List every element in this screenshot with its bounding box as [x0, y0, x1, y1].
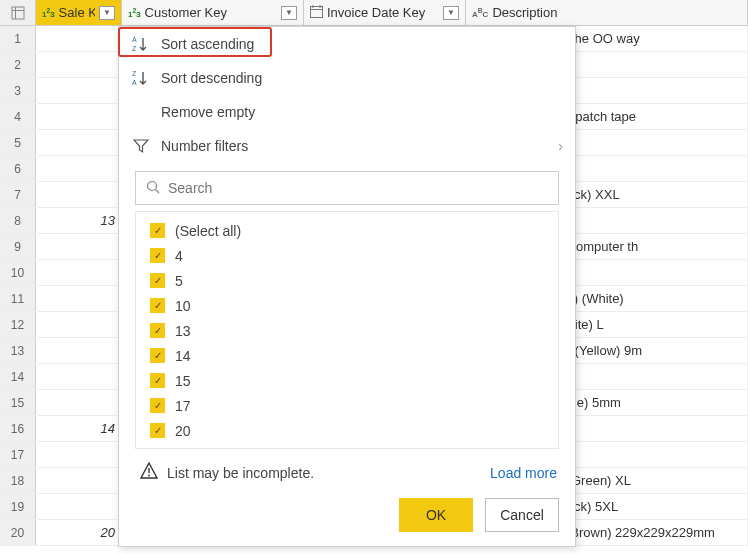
cell-sale-key[interactable]	[36, 364, 122, 389]
search-icon	[146, 180, 160, 197]
cell-sale-key[interactable]	[36, 494, 122, 519]
filter-value-item[interactable]: ✓10	[144, 293, 550, 318]
row-number: 7	[0, 182, 36, 207]
warning-icon	[139, 461, 159, 484]
number-type-icon: 123	[42, 7, 55, 19]
sort-asc-icon: AZ	[131, 34, 151, 54]
checkbox-icon[interactable]: ✓	[150, 348, 165, 363]
sort-descending-item[interactable]: ZA Sort descending	[119, 61, 575, 95]
row-number: 4	[0, 104, 36, 129]
button-row: OK Cancel	[119, 490, 575, 546]
column-header-sale-key[interactable]: 123 Sale Key ▼	[36, 0, 122, 25]
filter-value-list[interactable]: ✓(Select all)✓4✓5✓10✓13✓14✓15✓17✓20	[135, 211, 559, 449]
sort-desc-icon: ZA	[131, 68, 151, 88]
cell-sale-key[interactable]: 13	[36, 208, 122, 233]
cell-sale-key[interactable]	[36, 468, 122, 493]
ok-button[interactable]: OK	[399, 498, 473, 532]
column-header-description[interactable]: ABC Description	[466, 0, 748, 25]
cell-sale-key[interactable]	[36, 26, 122, 51]
svg-rect-3	[311, 7, 323, 18]
row-number: 13	[0, 338, 36, 363]
column-header-row: 123 Sale Key ▼ 123 Customer Key ▼ Invoic…	[0, 0, 748, 26]
menu-label: Number filters	[161, 138, 248, 154]
row-number: 3	[0, 78, 36, 103]
row-number: 20	[0, 520, 36, 545]
filter-value-label: 17	[175, 398, 191, 414]
cell-sale-key[interactable]	[36, 156, 122, 181]
filter-value-item[interactable]: ✓13	[144, 318, 550, 343]
filter-value-label: 14	[175, 348, 191, 364]
cell-sale-key[interactable]	[36, 52, 122, 77]
filter-value-item[interactable]: ✓4	[144, 243, 550, 268]
svg-line-12	[156, 189, 160, 193]
filter-value-label: 20	[175, 423, 191, 439]
cell-sale-key[interactable]	[36, 104, 122, 129]
load-more-link[interactable]: Load more	[490, 465, 557, 481]
sort-ascending-item[interactable]: AZ Sort ascending	[119, 27, 575, 61]
checkbox-icon[interactable]: ✓	[150, 223, 165, 238]
cell-sale-key[interactable]	[36, 338, 122, 363]
row-number: 11	[0, 286, 36, 311]
filter-value-label: 10	[175, 298, 191, 314]
search-input[interactable]	[168, 180, 548, 196]
number-type-icon: 123	[128, 7, 141, 19]
cell-sale-key[interactable]	[36, 390, 122, 415]
checkbox-icon[interactable]: ✓	[150, 248, 165, 263]
cell-sale-key[interactable]	[36, 260, 122, 285]
column-header-customer-key[interactable]: 123 Customer Key ▼	[122, 0, 304, 25]
cell-sale-key[interactable]	[36, 130, 122, 155]
filter-dropdown-icon[interactable]: ▼	[281, 6, 297, 20]
row-number: 19	[0, 494, 36, 519]
cell-sale-key[interactable]	[36, 442, 122, 467]
filter-value-item[interactable]: ✓5	[144, 268, 550, 293]
filter-value-item[interactable]: ✓(Select all)	[144, 218, 550, 243]
filter-value-item[interactable]: ✓15	[144, 368, 550, 393]
filter-value-item[interactable]: ✓14	[144, 343, 550, 368]
cell-sale-key[interactable]	[36, 286, 122, 311]
date-type-icon	[310, 5, 323, 20]
row-number: 5	[0, 130, 36, 155]
incomplete-row: List may be incomplete. Load more	[119, 453, 575, 490]
checkbox-icon[interactable]: ✓	[150, 398, 165, 413]
row-number: 12	[0, 312, 36, 337]
menu-label: Sort descending	[161, 70, 262, 86]
svg-point-11	[148, 181, 157, 190]
checkbox-icon[interactable]: ✓	[150, 373, 165, 388]
svg-rect-0	[12, 7, 24, 19]
filter-value-item[interactable]: ✓20	[144, 418, 550, 443]
row-number: 1	[0, 26, 36, 51]
column-label: Customer Key	[145, 5, 277, 20]
filter-value-label: 13	[175, 323, 191, 339]
cancel-button[interactable]: Cancel	[485, 498, 559, 532]
chevron-right-icon: ›	[558, 138, 563, 154]
filter-value-item[interactable]: ✓17	[144, 393, 550, 418]
number-filters-item[interactable]: Number filters ›	[119, 129, 575, 163]
cell-sale-key[interactable]: 14	[36, 416, 122, 441]
remove-empty-item[interactable]: Remove empty	[119, 95, 575, 129]
cell-sale-key[interactable]	[36, 234, 122, 259]
checkbox-icon[interactable]: ✓	[150, 273, 165, 288]
filter-dropdown-icon[interactable]: ▼	[443, 6, 459, 20]
menu-label: Sort ascending	[161, 36, 254, 52]
filter-value-label: (Select all)	[175, 223, 241, 239]
cell-sale-key[interactable]: 20	[36, 520, 122, 545]
cell-sale-key[interactable]	[36, 78, 122, 103]
checkbox-icon[interactable]: ✓	[150, 423, 165, 438]
cell-sale-key[interactable]	[36, 312, 122, 337]
cell-sale-key[interactable]	[36, 182, 122, 207]
checkbox-icon[interactable]: ✓	[150, 323, 165, 338]
filter-icon	[131, 136, 151, 156]
row-number: 18	[0, 468, 36, 493]
column-header-invoice-date[interactable]: Invoice Date Key ▼	[304, 0, 466, 25]
svg-text:A: A	[132, 79, 137, 86]
search-box[interactable]	[135, 171, 559, 205]
row-number: 15	[0, 390, 36, 415]
svg-point-14	[148, 475, 150, 477]
filter-value-label: 15	[175, 373, 191, 389]
filter-value-label: 4	[175, 248, 183, 264]
filter-popup: AZ Sort ascending ZA Sort descending Rem…	[118, 26, 576, 547]
filter-dropdown-icon[interactable]: ▼	[99, 6, 115, 20]
checkbox-icon[interactable]: ✓	[150, 298, 165, 313]
svg-text:Z: Z	[132, 70, 137, 77]
column-label: Sale Key	[59, 5, 95, 20]
